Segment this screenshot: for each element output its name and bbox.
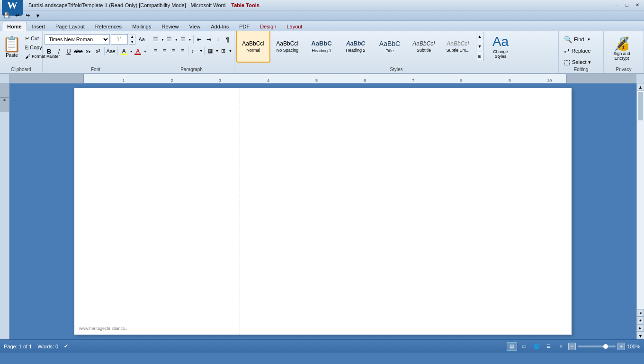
scroll-down-button[interactable]: ▼ bbox=[637, 332, 644, 339]
ruler-mark-7: 7 bbox=[412, 78, 414, 83]
draft-view-button[interactable]: ≡ bbox=[556, 342, 566, 351]
qat-dropdown[interactable]: ▼ bbox=[33, 11, 43, 20]
tab-layout[interactable]: Layout bbox=[281, 22, 307, 31]
tab-add-ins[interactable]: Add-Ins bbox=[206, 22, 234, 31]
scroll-thumb[interactable] bbox=[638, 92, 643, 120]
full-screen-view-button[interactable]: ▭ bbox=[519, 342, 529, 351]
highlight-dropdown[interactable]: ▼ bbox=[130, 50, 133, 53]
minimize-button[interactable]: ─ bbox=[612, 2, 621, 9]
highlight-color-button[interactable]: A bbox=[119, 46, 129, 56]
styles-scroll-down[interactable]: ▼ bbox=[476, 42, 483, 51]
font-size-increase[interactable]: ▲ bbox=[129, 35, 135, 39]
paste-button[interactable]: 📋 Paste bbox=[2, 34, 22, 60]
scroll-track[interactable] bbox=[637, 91, 644, 309]
align-left-button[interactable]: ≡ bbox=[151, 46, 160, 56]
find-button[interactable]: 🔍 Find ▼ bbox=[561, 34, 601, 45]
zoom-slider[interactable] bbox=[578, 346, 616, 347]
style-title[interactable]: AaBbC Title bbox=[373, 31, 407, 63]
web-layout-view-button[interactable]: 🌐 bbox=[531, 342, 542, 351]
tab-review[interactable]: Review bbox=[156, 22, 184, 31]
styles-more[interactable]: ⊞ bbox=[476, 52, 483, 61]
shading-dropdown[interactable]: ▼ bbox=[215, 49, 219, 53]
styles-scroll-up[interactable]: ▲ bbox=[476, 32, 483, 41]
style-no-spacing[interactable]: AaBbCcI No Spacing bbox=[270, 31, 304, 63]
style-subtle-em-label: Subtle Em... bbox=[446, 48, 469, 53]
multilevel-button[interactable]: ☰ bbox=[179, 34, 188, 45]
tab-design[interactable]: Design bbox=[255, 22, 281, 31]
align-right-button[interactable]: ≡ bbox=[169, 46, 178, 56]
font-color-button[interactable]: A bbox=[133, 46, 143, 56]
editing-group-label: Editing bbox=[559, 67, 603, 72]
line-spacing-dropdown[interactable]: ▼ bbox=[199, 49, 203, 53]
style-subtle-em[interactable]: AaBbCcI Subtle Em... bbox=[441, 31, 475, 63]
increase-indent-button[interactable]: ⇥ bbox=[204, 34, 213, 45]
document-column-2[interactable] bbox=[240, 88, 406, 335]
borders-dropdown[interactable]: ▼ bbox=[229, 49, 232, 53]
style-normal[interactable]: AaBbCcI Normal bbox=[236, 31, 270, 63]
prev-page-button[interactable]: ◂ bbox=[637, 309, 644, 317]
underline-button[interactable]: U bbox=[64, 46, 73, 56]
font-color-dropdown[interactable]: ▼ bbox=[143, 50, 147, 53]
style-heading1[interactable]: AaBbC Heading 1 bbox=[304, 31, 339, 63]
change-case-button[interactable]: Aa▾ bbox=[106, 46, 116, 56]
content-area[interactable]: www.heritagechristianco... bbox=[9, 83, 636, 339]
numbering-button[interactable]: ☰ bbox=[165, 34, 174, 45]
change-styles-button[interactable]: Aa Change Styles bbox=[484, 32, 517, 61]
font-family-select[interactable]: Times New Roman bbox=[45, 34, 110, 45]
close-button[interactable]: ✕ bbox=[633, 2, 642, 9]
tab-insert[interactable]: Insert bbox=[27, 22, 51, 31]
tab-mailings[interactable]: Mailings bbox=[127, 22, 156, 31]
multilevel-dropdown[interactable]: ▼ bbox=[188, 38, 192, 41]
borders-button[interactable]: ⊞ bbox=[219, 46, 228, 56]
ruler-mark-1: 1 bbox=[123, 78, 125, 83]
select-button[interactable]: ⬚ Select ▾ bbox=[561, 57, 601, 67]
next-page-button[interactable]: ▸ bbox=[637, 324, 644, 332]
tab-page-layout[interactable]: Page Layout bbox=[50, 22, 90, 31]
tab-references[interactable]: References bbox=[90, 22, 127, 31]
style-heading2[interactable]: AaBbC Heading 2 bbox=[339, 31, 373, 63]
style-subtitle[interactable]: AaBbCcI Subtitle bbox=[407, 31, 441, 63]
line-spacing-button[interactable]: ↕≡ bbox=[190, 46, 198, 56]
superscript-button[interactable]: x² bbox=[93, 46, 103, 56]
bullets-dropdown[interactable]: ▼ bbox=[161, 38, 164, 41]
shading-button[interactable]: ▦ bbox=[206, 46, 215, 56]
zoom-thumb[interactable] bbox=[603, 344, 608, 349]
clear-formatting-button[interactable]: Aa bbox=[136, 34, 147, 45]
numbering-dropdown[interactable]: ▼ bbox=[175, 38, 178, 41]
italic-button[interactable]: I bbox=[54, 46, 64, 56]
tab-view[interactable]: View bbox=[184, 22, 206, 31]
horizontal-ruler: 1 2 3 4 5 6 7 8 9 10 bbox=[0, 74, 644, 83]
bold-button[interactable]: B bbox=[45, 46, 54, 56]
subscript-button[interactable]: x₂ bbox=[84, 46, 93, 56]
style-title-label: Title bbox=[386, 48, 394, 53]
tab-pdf[interactable]: PDF bbox=[234, 22, 255, 31]
sort-button[interactable]: ↕ bbox=[214, 34, 223, 45]
strikethrough-button[interactable]: abc bbox=[74, 46, 83, 56]
select-browse-button[interactable]: ● bbox=[637, 317, 644, 324]
align-center-button[interactable]: ≡ bbox=[160, 46, 169, 56]
restore-button[interactable]: □ bbox=[622, 2, 632, 9]
spell-check-icon[interactable]: ✔ bbox=[64, 343, 68, 349]
print-layout-view-button[interactable]: ▤ bbox=[507, 342, 517, 351]
bullets-button[interactable]: ☰ bbox=[151, 34, 160, 45]
sign-encrypt-button[interactable]: 🔏 Sign and Encrypt bbox=[606, 34, 638, 62]
font-size-decrease[interactable]: ▼ bbox=[129, 40, 135, 45]
outline-view-button[interactable]: ☰ bbox=[544, 342, 554, 351]
save-button[interactable]: 💾 bbox=[2, 11, 11, 20]
redo-button[interactable]: ↪ bbox=[23, 11, 32, 20]
zoom-level[interactable]: 100% bbox=[627, 344, 640, 349]
replace-button[interactable]: ⇄ Replace bbox=[561, 46, 601, 56]
document-column-3[interactable] bbox=[406, 88, 572, 335]
decrease-indent-button[interactable]: ⇤ bbox=[195, 34, 204, 45]
font-size-input[interactable] bbox=[111, 34, 128, 45]
zoom-in-button[interactable]: + bbox=[617, 343, 625, 350]
tab-home[interactable]: Home bbox=[2, 22, 27, 31]
document-column-1[interactable]: www.heritagechristianco... bbox=[74, 88, 240, 335]
style-heading1-preview: AaBbC bbox=[311, 40, 331, 47]
justify-button[interactable]: ≡ bbox=[178, 46, 187, 56]
scroll-up-button[interactable]: ▲ bbox=[637, 83, 644, 91]
zoom-out-button[interactable]: − bbox=[568, 343, 576, 350]
change-styles-icon: Aa bbox=[492, 34, 509, 49]
show-formatting-button[interactable]: ¶ bbox=[223, 34, 232, 45]
undo-button[interactable]: ↩ bbox=[12, 11, 22, 20]
